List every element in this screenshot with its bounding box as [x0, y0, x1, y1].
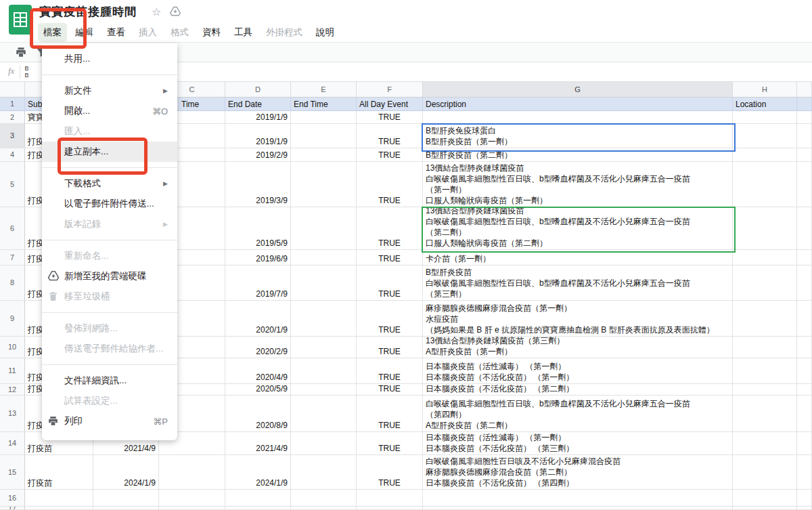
menu-item-add-to-my-drive[interactable]: 新增至我的雲端硬碟 [42, 266, 177, 286]
location-cell[interactable] [733, 111, 797, 124]
all-day-cell[interactable]: TRUE [357, 384, 423, 396]
cell[interactable] [797, 111, 812, 124]
end-date-cell[interactable]: 2019/7/9 [225, 265, 291, 301]
end-time-cell[interactable] [291, 490, 357, 507]
start-date-cell[interactable] [93, 507, 159, 510]
column-header-f[interactable]: F [357, 82, 423, 98]
row-header-13[interactable]: 13 [0, 396, 25, 432]
end-date-cell[interactable]: 2020/4/9 [225, 358, 291, 384]
print-icon[interactable] [15, 46, 27, 58]
menu-item-open[interactable]: 開啟... ⌘O [42, 101, 177, 121]
description-cell[interactable]: 日本腦炎疫苗（活性減毒） （第一劑） 日本腦炎疫苗（不活化疫苗） （第一劑） [423, 358, 733, 384]
location-cell[interactable] [733, 455, 797, 490]
end-date-cell[interactable]: 2020/2/9 [225, 337, 291, 358]
location-cell[interactable] [733, 162, 797, 207]
start-date-cell[interactable]: 2024/1/9 [93, 455, 159, 490]
location-cell[interactable] [733, 490, 797, 507]
end-date-cell[interactable]: 2019/1/9 [225, 124, 291, 148]
column-header-extra[interactable] [797, 82, 812, 98]
end-date-cell[interactable]: 2020/5/9 [225, 384, 291, 396]
description-cell[interactable]: 卡介苗（第一劑） [423, 250, 733, 265]
cell[interactable] [797, 337, 812, 358]
row-header-5[interactable]: 5 [0, 162, 25, 207]
cell[interactable] [797, 490, 812, 507]
row-header-1[interactable]: 1 [0, 98, 25, 111]
end-date-cell[interactable]: 2020/8/9 [225, 396, 291, 432]
location-cell[interactable] [733, 337, 797, 358]
all-day-cell[interactable]: TRUE [357, 207, 423, 250]
location-cell[interactable] [733, 250, 797, 265]
header-end-date[interactable]: End Date [225, 98, 291, 111]
description-cell[interactable]: 白喉破傷風非細胞性百日咳及不活化小兒麻痺混合疫苗 麻疹腮腺炎德國麻疹混合疫苗（第… [423, 455, 733, 490]
menu-item-email-as-attachment[interactable]: 以電子郵件附件傳送... [42, 194, 177, 214]
end-date-cell[interactable]: 2019/1/9 [225, 111, 291, 124]
end-date-cell[interactable]: 2019/5/9 [225, 207, 291, 250]
end-time-cell[interactable] [291, 124, 357, 148]
end-date-cell[interactable]: 2024/1/9 [225, 455, 291, 490]
cell[interactable] [797, 250, 812, 265]
end-time-cell[interactable] [291, 250, 357, 265]
end-date-cell[interactable] [225, 507, 291, 510]
end-date-cell[interactable]: 2019/3/9 [225, 162, 291, 207]
cell[interactable] [797, 507, 812, 510]
end-time-cell[interactable] [291, 265, 357, 301]
row-header-7[interactable]: 7 [0, 250, 25, 265]
location-cell[interactable] [733, 148, 797, 162]
all-day-cell[interactable]: TRUE [357, 432, 423, 455]
menu-item-download-as[interactable]: 下載格式 ▶ [42, 173, 177, 194]
description-cell[interactable]: 13價結合型肺炎鏈球菌疫苗（第三劑） A型肝炎疫苗（第一劑） [423, 337, 733, 358]
location-cell[interactable] [733, 384, 797, 396]
row-header-2[interactable]: 2 [0, 111, 25, 124]
all-day-cell[interactable]: TRUE [357, 455, 423, 490]
location-cell[interactable] [733, 207, 797, 250]
description-cell[interactable]: 麻疹腮腺炎德國麻疹混合疫苗（第一劑） 水痘疫苗 （媽媽如果是 B 肝 e 抗原陽… [423, 301, 733, 337]
row-header-9[interactable]: 9 [0, 301, 25, 337]
description-cell[interactable]: B型肝炎疫苗 白喉破傷風非細胞型性百日咳、b型嗜血桿菌及不活化小兒麻痺五合一疫苗… [423, 265, 733, 301]
all-day-cell[interactable]: TRUE [357, 358, 423, 384]
description-cell[interactable]: B型肝炎疫苗（第二劑） [423, 148, 733, 162]
cell[interactable] [797, 148, 812, 162]
header-end-time[interactable]: End Time [291, 98, 357, 111]
description-cell[interactable]: 日本腦炎疫苗（活性減毒） （第一劑） 日本腦炎疫苗（不活化疫苗） （第三劑） [423, 432, 733, 455]
menu-item-document-details[interactable]: 文件詳細資訊... [42, 370, 177, 391]
description-cell[interactable] [423, 490, 733, 507]
description-cell[interactable]: 白喉破傷風非細胞型性百日咳、b型嗜血桿菌及不活化小兒麻痺五合一疫苗 （第四劑） … [423, 396, 733, 432]
end-time-cell[interactable] [291, 207, 357, 250]
row-header-14[interactable]: 14 [0, 432, 25, 455]
description-cell[interactable]: 日本腦炎疫苗（不活化疫苗） （第二劑） [423, 384, 733, 396]
cell[interactable] [797, 358, 812, 384]
time-cell[interactable] [159, 455, 225, 490]
menu-item-new[interactable]: 新文件 ▶ [42, 81, 177, 101]
description-cell[interactable]: 13價結合型肺炎鏈球菌疫苗 白喉破傷風非細胞型性百日咳、b型嗜血桿菌及不活化小兒… [423, 162, 733, 207]
end-time-cell[interactable] [291, 358, 357, 384]
cell[interactable] [797, 384, 812, 396]
end-date-cell[interactable]: 2021/4/9 [225, 432, 291, 455]
end-time-cell[interactable] [291, 396, 357, 432]
subject-cell[interactable] [25, 507, 93, 510]
row-header-12[interactable]: 12 [0, 384, 25, 396]
end-time-cell[interactable] [291, 301, 357, 337]
subject-cell[interactable] [25, 490, 93, 507]
end-date-cell[interactable] [225, 490, 291, 507]
menu-data[interactable]: 資料 [197, 23, 226, 42]
end-date-cell[interactable]: 2019/6/9 [225, 250, 291, 265]
header-location[interactable]: Location [733, 98, 797, 111]
all-day-cell[interactable]: TRUE [357, 265, 423, 301]
all-day-cell[interactable]: TRUE [357, 124, 423, 148]
all-day-cell[interactable]: TRUE [357, 162, 423, 207]
end-time-cell[interactable] [291, 337, 357, 358]
end-time-cell[interactable] [291, 148, 357, 162]
end-time-cell[interactable] [291, 455, 357, 490]
corner-cell[interactable] [0, 82, 25, 98]
row-header-4[interactable]: 4 [0, 148, 25, 162]
column-header-g[interactable]: G [423, 82, 733, 98]
sheets-logo-icon[interactable] [9, 5, 32, 35]
location-cell[interactable] [733, 507, 797, 510]
cell[interactable] [797, 455, 812, 490]
row-header-8[interactable]: 8 [0, 265, 25, 301]
menu-item-share[interactable]: 共用... [42, 49, 177, 69]
all-day-cell[interactable]: TRUE [357, 111, 423, 124]
header-description[interactable]: Description [423, 98, 733, 111]
start-date-cell[interactable] [93, 490, 159, 507]
cell[interactable] [797, 432, 812, 455]
